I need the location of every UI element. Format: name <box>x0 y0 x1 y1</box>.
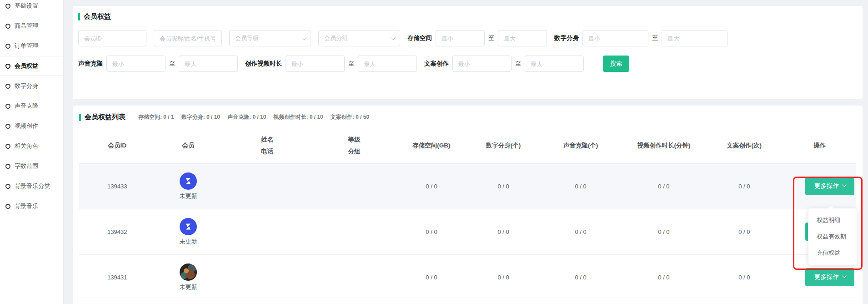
menu-item-recharge-benefit[interactable]: 充值权益 <box>808 245 857 261</box>
voice-cell: 0 / 0 <box>539 163 622 209</box>
video-cell: 0 / 0 <box>622 254 706 300</box>
stat-copy: 文案创作: 0 / 50 <box>331 113 369 121</box>
voice-max-input[interactable] <box>179 56 238 72</box>
to-separator: 至 <box>515 60 521 68</box>
digital-min-input[interactable] <box>582 30 648 46</box>
sidebar-item-label: 背景音乐分类 <box>15 182 50 190</box>
benefit-list-card: 会员权益列表 存储空间: 0 / 1 数字分身: 0 / 10 声音克隆: 0 … <box>73 106 863 304</box>
avatar-status: 未更新 <box>180 238 197 246</box>
sidebar-item-bgm[interactable]: 背景音乐 <box>0 196 63 216</box>
avatar <box>180 218 197 235</box>
voice-cell: 0 / 0 <box>539 254 622 300</box>
member-id-cell: 139432 <box>79 209 155 254</box>
avatar-status: 未更新 <box>180 192 197 200</box>
storage-label: 存储空间 <box>407 34 432 42</box>
sidebar-item-order-management[interactable]: 订单管理 <box>0 36 63 56</box>
copy-label: 文案创作 <box>424 60 449 68</box>
circle-icon <box>5 184 10 189</box>
table-row: 139432 未更新 0 / 0 0 / 0 0 / 0 0 / 0 0 / 0 <box>79 209 856 254</box>
storage-cell: 0 / 0 <box>396 209 468 254</box>
member-level-select[interactable]: 会员等级 <box>229 30 311 46</box>
sidebar-item-digital-avatar[interactable]: 数字分身 <box>0 76 63 96</box>
table-header-row: 会员ID 会员 姓名电话 等级分组 存储空间(GB) 数字分身(个) 声音克隆(… <box>79 128 856 163</box>
member-id-input[interactable] <box>78 30 146 46</box>
col-copy: 文案创作(次) <box>705 128 783 163</box>
col-name-phone: 姓名电话 <box>221 128 313 163</box>
to-separator: 至 <box>348 60 354 68</box>
to-separator: 至 <box>652 34 658 42</box>
storage-max-input[interactable] <box>498 30 547 46</box>
circle-icon <box>5 204 10 209</box>
menu-item-benefit-validity[interactable]: 权益有效期 <box>808 228 857 245</box>
sidebar: 基础设置 商品管理 订单管理 会员权益 数字分身 声音克隆 视频创作 相关角色 … <box>0 0 64 304</box>
list-title-row: 会员权益列表 存储空间: 0 / 1 数字分身: 0 / 10 声音克隆: 0 … <box>79 113 856 122</box>
col-action: 操作 <box>783 128 856 163</box>
sidebar-item-bgm-category[interactable]: 背景音乐分类 <box>0 176 63 196</box>
circle-icon <box>5 124 10 129</box>
member-cell: 未更新 <box>155 163 221 209</box>
main-content: 会员权益 会员等级 会员分组 存储空间 至 数字分身 至 声音克隆 <box>64 0 868 304</box>
voice-label: 声音克隆 <box>78 60 103 68</box>
video-range-group: 创作视频时长 至 <box>245 56 417 72</box>
sidebar-item-basic-settings[interactable]: 基础设置 <box>0 0 63 16</box>
member-cell: 未更新 <box>155 254 221 300</box>
sidebar-item-label: 数字分身 <box>15 82 38 90</box>
name-phone-cell <box>221 254 313 300</box>
video-cell: 0 / 0 <box>622 209 706 254</box>
sidebar-item-voice-clone[interactable]: 声音克隆 <box>0 96 63 116</box>
sidebar-menu: 基础设置 商品管理 订单管理 会员权益 数字分身 声音克隆 视频创作 相关角色 … <box>0 0 63 216</box>
more-actions-button[interactable]: 更多操作 <box>805 268 854 286</box>
copy-cell: 0 / 0 <box>705 254 783 300</box>
sidebar-item-word-count-range[interactable]: 字数范围 <box>0 156 63 176</box>
copy-max-input[interactable] <box>525 56 584 72</box>
sidebar-item-label: 商品管理 <box>15 22 38 30</box>
section-bar-icon <box>79 114 81 121</box>
level-group-cell <box>313 254 395 300</box>
copy-cell: 0 / 0 <box>705 209 783 254</box>
storage-min-input[interactable] <box>436 30 485 46</box>
avatar-photo <box>180 263 197 281</box>
chevron-down-icon <box>842 182 847 187</box>
filter-title-row: 会员权益 <box>78 12 857 21</box>
digital-max-input[interactable] <box>662 30 728 46</box>
storage-cell: 0 / 0 <box>396 254 468 300</box>
video-label: 创作视频时长 <box>245 60 282 68</box>
more-actions-button[interactable]: 更多操作 <box>805 177 854 195</box>
level-group-cell <box>313 209 395 254</box>
menu-item-benefit-detail[interactable]: 权益明细 <box>808 212 857 228</box>
stat-digital: 数字分身: 0 / 10 <box>181 113 220 121</box>
copy-range-group: 文案创作 至 <box>424 56 584 72</box>
col-voice: 声音克隆(个) <box>539 128 622 163</box>
member-group-select[interactable]: 会员分组 <box>318 30 400 46</box>
chevron-down-icon <box>302 35 306 40</box>
level-group-cell <box>313 163 395 209</box>
search-button[interactable]: 搜索 <box>603 56 629 72</box>
copy-min-input[interactable] <box>452 56 512 72</box>
circle-icon <box>5 24 10 29</box>
avatar <box>180 172 197 190</box>
col-digital: 数字分身(个) <box>467 128 539 163</box>
sidebar-item-related-roles[interactable]: 相关角色 <box>0 136 63 156</box>
digital-cell: 0 / 0 <box>467 254 539 300</box>
benefit-table: 会员ID 会员 姓名电话 等级分组 存储空间(GB) 数字分身(个) 声音克隆(… <box>79 128 856 300</box>
sidebar-item-product-management[interactable]: 商品管理 <box>0 16 63 36</box>
circle-icon <box>5 164 10 169</box>
sidebar-item-label: 基础设置 <box>15 2 38 10</box>
member-id-cell: 139431 <box>79 254 155 300</box>
sidebar-item-label: 会员权益 <box>15 62 38 70</box>
sidebar-item-video-creation[interactable]: 视频创作 <box>0 116 63 136</box>
video-max-input[interactable] <box>358 56 417 72</box>
chevron-down-icon <box>842 274 847 278</box>
circle-icon <box>5 84 10 89</box>
sidebar-item-member-benefits[interactable]: 会员权益 <box>0 56 63 76</box>
voice-min-input[interactable] <box>106 56 166 72</box>
circle-icon <box>5 104 10 109</box>
sidebar-item-label: 视频创作 <box>15 122 38 130</box>
stat-video: 视频创作时长: 0 / 10 <box>273 113 323 121</box>
digital-cell: 0 / 0 <box>467 209 539 254</box>
sidebar-item-label: 声音克隆 <box>15 102 38 110</box>
digital-range-group: 数字分身 至 <box>554 30 728 46</box>
storage-cell: 0 / 0 <box>396 163 468 209</box>
nickname-input[interactable] <box>154 30 222 46</box>
video-min-input[interactable] <box>286 56 345 72</box>
